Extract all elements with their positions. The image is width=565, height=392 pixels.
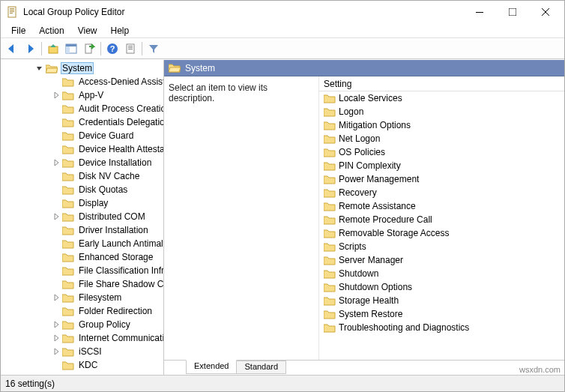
folder-open-icon bbox=[46, 64, 58, 73]
tree-node[interactable]: Early Launch Antimalware bbox=[1, 237, 164, 250]
tree-node[interactable]: Device Guard bbox=[1, 129, 164, 142]
menu-view[interactable]: View bbox=[72, 24, 103, 37]
tree-node-label: Folder Redirection bbox=[77, 305, 154, 317]
tree-node-system[interactable]: System bbox=[1, 61, 164, 75]
list-item[interactable]: OS Policies bbox=[319, 145, 564, 159]
filter-button[interactable] bbox=[145, 40, 162, 57]
list-item[interactable]: Net Logon bbox=[319, 132, 564, 145]
window-title: Local Group Policy Editor bbox=[23, 7, 470, 17]
folder-icon bbox=[62, 361, 74, 370]
list-item[interactable]: Removable Storage Access bbox=[319, 226, 564, 240]
tab-extended[interactable]: Extended bbox=[186, 360, 237, 374]
list-item[interactable]: Logon bbox=[319, 105, 564, 118]
tree-node[interactable]: Filesystem bbox=[1, 291, 164, 304]
forward-button[interactable] bbox=[22, 40, 38, 57]
toolbar-separator bbox=[142, 42, 142, 55]
list-item-label: System Restore bbox=[339, 309, 402, 319]
minimize-button[interactable] bbox=[470, 4, 489, 19]
list-item[interactable]: Shutdown Options bbox=[319, 280, 564, 294]
tree-node[interactable]: Driver Installation bbox=[1, 223, 164, 237]
tree-node-label: Internet Communication bbox=[77, 332, 164, 344]
list-item[interactable]: PIN Complexity bbox=[319, 159, 564, 172]
folder-icon bbox=[62, 334, 74, 343]
svg-rect-3 bbox=[10, 11, 14, 12]
list-item-label: Server Manager bbox=[339, 255, 403, 265]
list-item[interactable]: Remote Assistance bbox=[319, 199, 564, 213]
tree-node[interactable]: Folder Redirection bbox=[1, 304, 164, 318]
right-title: System bbox=[185, 63, 215, 73]
tree-node[interactable]: Audit Process Creation bbox=[1, 102, 164, 115]
tree-node[interactable]: Access-Denied Assistance bbox=[1, 75, 164, 88]
tree-pane[interactable]: System Access-Denied AssistanceApp-VAudi… bbox=[1, 60, 164, 375]
close-button[interactable] bbox=[536, 4, 555, 19]
twisty-collapsed-icon[interactable] bbox=[52, 212, 61, 221]
list-item[interactable]: Mitigation Options bbox=[319, 118, 564, 132]
menu-file[interactable]: File bbox=[5, 24, 31, 37]
tree-node-label: File Share Shadow Copy bbox=[77, 278, 164, 290]
export-button[interactable] bbox=[81, 40, 97, 57]
list-item[interactable]: Power Management bbox=[319, 172, 564, 186]
tree-node[interactable]: Display bbox=[1, 196, 164, 210]
twisty-collapsed-icon[interactable] bbox=[52, 320, 61, 329]
tree-node[interactable]: Device Health Attestation bbox=[1, 142, 164, 156]
tree-node[interactable]: iSCSI bbox=[1, 345, 164, 358]
list-item[interactable]: Locale Services bbox=[319, 91, 564, 105]
tree-node[interactable]: Credentials Delegation bbox=[1, 115, 164, 129]
list-item[interactable]: Shutdown bbox=[319, 267, 564, 280]
list-item-label: Power Management bbox=[339, 174, 419, 184]
tree: System Access-Denied AssistanceApp-VAudi… bbox=[1, 60, 164, 375]
tree-node[interactable]: Group Policy bbox=[1, 318, 164, 331]
tree-node[interactable]: Enhanced Storage bbox=[1, 250, 164, 264]
tab-standard[interactable]: Standard bbox=[236, 361, 286, 374]
list-header[interactable]: Setting bbox=[319, 76, 564, 91]
list-item-label: Storage Health bbox=[339, 295, 399, 306]
tree-node-label: Group Policy bbox=[77, 319, 132, 331]
maximize-button[interactable] bbox=[503, 4, 522, 19]
tree-node[interactable]: File Share Shadow Copy bbox=[1, 277, 164, 291]
list-item[interactable]: Remote Procedure Call bbox=[319, 213, 564, 226]
folder-icon bbox=[62, 226, 74, 235]
tree-node-label: Device Guard bbox=[77, 130, 135, 142]
folder-icon bbox=[62, 77, 74, 87]
list-scroll[interactable]: Locale ServicesLogonMitigation OptionsNe… bbox=[319, 91, 564, 360]
list-item[interactable]: Troubleshooting and Diagnostics bbox=[319, 321, 564, 334]
tree-node[interactable]: App-V bbox=[1, 88, 164, 102]
back-button[interactable] bbox=[4, 40, 20, 57]
folder-icon bbox=[324, 134, 336, 144]
twisty-collapsed-icon[interactable] bbox=[52, 334, 61, 343]
list-item-label: Mitigation Options bbox=[339, 120, 411, 130]
tree-node[interactable]: Distributed COM bbox=[1, 210, 164, 223]
folder-icon bbox=[62, 118, 74, 127]
twisty-collapsed-icon[interactable] bbox=[52, 91, 61, 100]
svg-rect-11 bbox=[66, 44, 76, 46]
folder-icon bbox=[324, 161, 336, 171]
folder-open-icon bbox=[169, 63, 181, 73]
twisty-collapsed-icon[interactable] bbox=[52, 347, 61, 356]
list-item[interactable]: Storage Health bbox=[319, 294, 564, 307]
list-item[interactable]: Scripts bbox=[319, 240, 564, 253]
twisty-collapsed-icon[interactable] bbox=[52, 158, 61, 167]
show-hide-tree-button[interactable] bbox=[63, 40, 79, 57]
tree-node[interactable]: Device Installation bbox=[1, 156, 164, 169]
tree-node[interactable]: KDC bbox=[1, 358, 164, 372]
tree-node-label: Distributed COM bbox=[77, 211, 147, 223]
tree-node-label: Disk Quotas bbox=[77, 184, 129, 196]
menu-help[interactable]: Help bbox=[105, 24, 136, 37]
properties-button[interactable] bbox=[122, 40, 139, 57]
menu-action[interactable]: Action bbox=[33, 24, 70, 37]
folder-icon bbox=[324, 175, 336, 184]
folder-icon bbox=[324, 215, 336, 225]
twisty-collapsed-icon[interactable] bbox=[52, 293, 61, 302]
list-item[interactable]: Recovery bbox=[319, 186, 564, 199]
tree-node[interactable]: Disk Quotas bbox=[1, 183, 164, 196]
tree-node[interactable]: Disk NV Cache bbox=[1, 169, 164, 183]
list-item[interactable]: Server Manager bbox=[319, 253, 564, 267]
up-button[interactable] bbox=[45, 40, 61, 57]
tree-node[interactable]: File Classification Infrastructure bbox=[1, 264, 164, 277]
twisty-expanded-icon[interactable] bbox=[35, 64, 44, 73]
folder-icon bbox=[62, 131, 74, 141]
tree-node[interactable]: Internet Communication bbox=[1, 331, 164, 345]
help-button[interactable]: ? bbox=[104, 40, 121, 57]
folder-icon bbox=[62, 91, 74, 100]
list-item[interactable]: System Restore bbox=[319, 307, 564, 321]
